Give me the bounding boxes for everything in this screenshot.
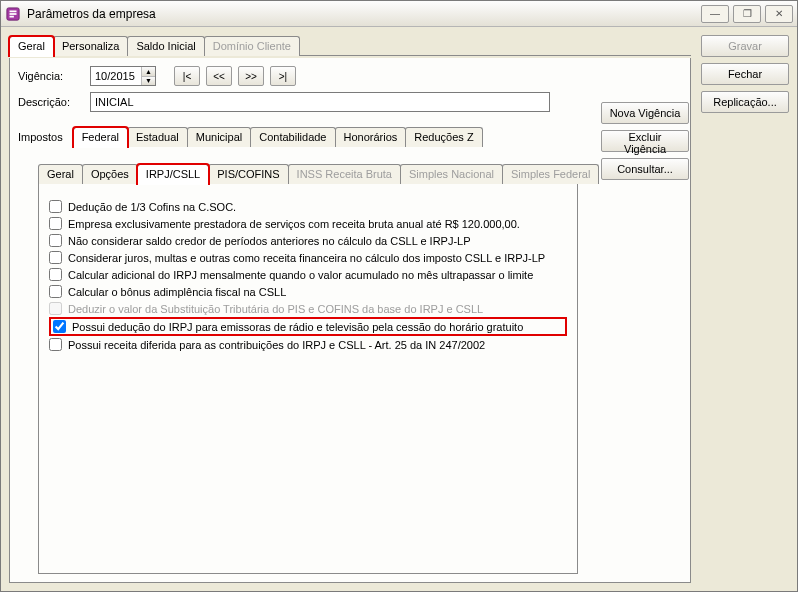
nav-prev-button[interactable]: << <box>206 66 232 86</box>
inner-tab-inss-receita-bruta: INSS Receita Bruta <box>288 164 401 184</box>
checkbox-row-6: Deduzir o valor da Substituição Tributár… <box>49 300 567 317</box>
impostos-tab-federal[interactable]: Federal <box>73 127 128 147</box>
close-button[interactable]: ✕ <box>765 5 793 23</box>
checkbox-row-7: Possui dedução do IRPJ para emissoras de… <box>49 317 567 336</box>
checkbox-2[interactable] <box>49 234 62 247</box>
minimize-button[interactable]: — <box>701 5 729 23</box>
impostos-tab-honor-rios[interactable]: Honorários <box>335 127 407 147</box>
window-title: Parâmetros da empresa <box>27 7 701 21</box>
checkbox-0[interactable] <box>49 200 62 213</box>
nav-last-button[interactable]: >| <box>270 66 296 86</box>
vigencia-input[interactable] <box>91 67 141 85</box>
main-tab-geral[interactable]: Geral <box>9 36 54 56</box>
impostos-tabstrip: FederalEstadualMunicipalContabilidadeHon… <box>73 126 473 147</box>
main-tab-personaliza[interactable]: Personaliza <box>53 36 128 56</box>
svg-rect-2 <box>10 13 17 15</box>
inner-tab-geral[interactable]: Geral <box>38 164 83 184</box>
restore-button[interactable]: ❐ <box>733 5 761 23</box>
right-button-panel: Gravar Fechar Replicação... <box>701 35 789 583</box>
inner-tab-simples-nacional: Simples Nacional <box>400 164 503 184</box>
checkbox-row-1: Empresa exclusivamente prestadora de ser… <box>49 215 567 232</box>
checkbox-7[interactable] <box>53 320 66 333</box>
inner-tab-irpj-csll[interactable]: IRPJ/CSLL <box>137 164 209 184</box>
descricao-input[interactable] <box>90 92 550 112</box>
checkbox-6 <box>49 302 62 315</box>
checkbox-row-8: Possui receita diferida para as contribu… <box>49 336 567 353</box>
checkbox-label-4: Calcular adicional do IRPJ mensalmente q… <box>68 269 533 281</box>
checkbox-label-1: Empresa exclusivamente prestadora de ser… <box>68 218 520 230</box>
impostos-tab-estadual[interactable]: Estadual <box>127 127 188 147</box>
checkbox-row-3: Considerar juros, multas e outras como r… <box>49 249 567 266</box>
inner-tabstrip: GeralOpçõesIRPJ/CSLLPIS/COFINSINSS Recei… <box>38 163 578 184</box>
app-icon <box>5 6 21 22</box>
impostos-tab-redu-es-z[interactable]: Reduções Z <box>405 127 482 147</box>
vigencia-spin-down[interactable]: ▼ <box>142 77 155 86</box>
vigencia-spin-up[interactable]: ▲ <box>142 67 155 77</box>
vigencia-label: Vigência: <box>18 70 84 82</box>
fechar-button[interactable]: Fechar <box>701 63 789 85</box>
client-area: GeralPersonalizaSaldo InicialDomínio Cli… <box>1 27 797 591</box>
checkbox-5[interactable] <box>49 285 62 298</box>
main-tab-dom-nio-cliente: Domínio Cliente <box>204 36 300 56</box>
checkbox-label-7: Possui dedução do IRPJ para emissoras de… <box>72 321 523 333</box>
main-tabstrip: GeralPersonalizaSaldo InicialDomínio Cli… <box>9 35 691 56</box>
impostos-tab-contabilidade[interactable]: Contabilidade <box>250 127 335 147</box>
excluir-vigencia-button[interactable]: Excluir Vigência <box>601 130 689 152</box>
irpj-csll-checkbox-list: Dedução de 1/3 Cofins na C.SOC.Empresa e… <box>49 198 567 353</box>
impostos-label: Impostos <box>18 128 71 147</box>
checkbox-row-4: Calcular adicional do IRPJ mensalmente q… <box>49 266 567 283</box>
checkbox-row-2: Não considerar saldo credor de períodos … <box>49 232 567 249</box>
checkbox-row-0: Dedução de 1/3 Cofins na C.SOC. <box>49 198 567 215</box>
checkbox-row-5: Calcular o bônus adimplência fiscal na C… <box>49 283 567 300</box>
gravar-button[interactable]: Gravar <box>701 35 789 57</box>
inner-tab-body: Dedução de 1/3 Cofins na C.SOC.Empresa e… <box>38 184 578 574</box>
nav-first-button[interactable]: |< <box>174 66 200 86</box>
replicacao-button[interactable]: Replicação... <box>701 91 789 113</box>
descricao-row: Descrição: <box>18 92 682 112</box>
checkbox-label-3: Considerar juros, multas e outras como r… <box>68 252 545 264</box>
inner-tab-pis-cofins[interactable]: PIS/COFINS <box>208 164 288 184</box>
checkbox-1[interactable] <box>49 217 62 230</box>
titlebar: Parâmetros da empresa — ❐ ✕ <box>1 1 797 27</box>
checkbox-label-8: Possui receita diferida para as contribu… <box>68 339 485 351</box>
checkbox-label-6: Deduzir o valor da Substituição Tributár… <box>68 303 483 315</box>
vigencia-actions: Nova Vigência Excluir Vigência Consultar… <box>601 102 689 180</box>
inner-tab-op-es[interactable]: Opções <box>82 164 138 184</box>
checkbox-label-5: Calcular o bônus adimplência fiscal na C… <box>68 286 286 298</box>
impostos-tab-municipal[interactable]: Municipal <box>187 127 251 147</box>
descricao-label: Descrição: <box>18 96 84 108</box>
vigencia-spinner[interactable]: ▲ ▼ <box>90 66 156 86</box>
consultar-button[interactable]: Consultar... <box>601 158 689 180</box>
checkbox-4[interactable] <box>49 268 62 281</box>
nav-next-button[interactable]: >> <box>238 66 264 86</box>
checkbox-label-2: Não considerar saldo credor de períodos … <box>68 235 471 247</box>
app-window: Parâmetros da empresa — ❐ ✕ GeralPersona… <box>0 0 798 592</box>
vigencia-row: Vigência: ▲ ▼ |< << >> >| <box>18 66 682 86</box>
checkbox-8[interactable] <box>49 338 62 351</box>
main-tab-saldo-inicial[interactable]: Saldo Inicial <box>127 36 204 56</box>
inner-tab-simples-federal: Simples Federal <box>502 164 599 184</box>
checkbox-3[interactable] <box>49 251 62 264</box>
checkbox-label-0: Dedução de 1/3 Cofins na C.SOC. <box>68 201 236 213</box>
nova-vigencia-button[interactable]: Nova Vigência <box>601 102 689 124</box>
svg-rect-3 <box>10 15 14 17</box>
main-tab-body: Vigência: ▲ ▼ |< << >> >| Descr <box>9 58 691 583</box>
svg-rect-1 <box>10 10 17 12</box>
